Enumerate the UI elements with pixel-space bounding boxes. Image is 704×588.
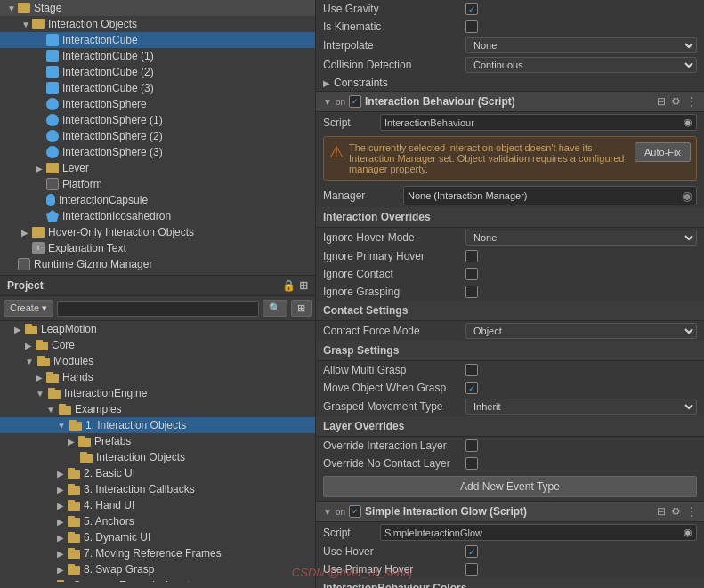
create-button[interactable]: Create ▾ (4, 300, 53, 317)
ignore-primary-hover-checkbox[interactable] (465, 250, 478, 262)
layer-overrides-section: Layer Overrides (316, 416, 704, 437)
arrow-icon: ▼ (21, 20, 32, 29)
ib-menu-icon[interactable]: ⋮ (686, 95, 697, 108)
ignore-hover-mode-row: Ignore Hover Mode None All Closest (316, 228, 704, 247)
project-item-leapmotion[interactable]: ▶LeapMotion (0, 321, 315, 337)
layout-icon: ⊞ (299, 279, 308, 292)
project-item-8-swap-grasp[interactable]: ▶8. Swap Grasp (0, 561, 315, 577)
sig-menu-icon[interactable]: ⋮ (686, 505, 697, 518)
grasped-movement-type-select[interactable]: Inherit Kinematic Nonkinematic (465, 399, 697, 415)
project-item-modules[interactable]: ▼Modules (0, 353, 315, 369)
sig-script-value: SimpleInteractionGlow ◉ (380, 524, 697, 541)
project-item-prefabs[interactable]: ▶Prefabs (0, 433, 315, 449)
project-item-3-interaction-callbacks[interactable]: ▶3. Interaction Callbacks (0, 481, 315, 497)
interpolate-label: Interpolate (323, 39, 465, 52)
project-item-hands[interactable]: ▶Hands (0, 369, 315, 385)
override-no-contact-layer-checkbox[interactable] (465, 457, 478, 470)
sig-enabled-checkbox[interactable] (349, 505, 361, 518)
hierarchy-item-hover-only[interactable]: ▶Hover-Only Interaction Objects (0, 224, 315, 240)
is-kinematic-checkbox[interactable] (465, 20, 478, 33)
sig-ref-icon[interactable]: ⊟ (657, 505, 666, 518)
ib-enabled-checkbox[interactable] (349, 95, 361, 108)
folder-icon (37, 356, 50, 366)
use-primary-hover-checkbox[interactable] (465, 563, 478, 576)
project-item-5-anchors[interactable]: ▶5. Anchors (0, 513, 315, 529)
move-object-when-grasp-row: Move Object When Grasp (316, 379, 704, 397)
hierarchy-item-interaction-cube-2[interactable]: InteractionCube (2) (0, 64, 315, 80)
manager-dot-button[interactable]: ◉ (682, 189, 692, 203)
hierarchy-item-platform[interactable]: Platform (0, 176, 315, 192)
cube-icon (46, 82, 59, 94)
folder-icon (57, 580, 69, 582)
use-hover-checkbox[interactable] (465, 545, 478, 558)
ib-ref-icon[interactable]: ⊟ (657, 95, 666, 108)
project-item-interaction-objects-asset[interactable]: Interaction Objects (0, 449, 315, 465)
use-hover-row: Use Hover (316, 543, 704, 560)
ignore-grasping-checkbox[interactable] (465, 286, 478, 298)
hierarchy-item-interaction-icosahedron[interactable]: InteractionIcosahedron (0, 208, 315, 224)
project-item-label: 2. Basic UI (84, 467, 135, 479)
folder-icon (32, 19, 45, 29)
collision-detection-select[interactable]: Discrete Continuous Continuous Dynamic (465, 57, 697, 73)
constraints-arrow[interactable]: ▶ (323, 78, 330, 88)
sig-script-dot[interactable]: ◉ (684, 527, 692, 538)
tree-arrow: ▶ (57, 533, 64, 543)
filter-button[interactable]: ⊞ (291, 300, 312, 317)
search-button[interactable]: 🔍 (263, 300, 287, 317)
hierarchy-item-runtime-gizmo[interactable]: Runtime Gizmo Manager (0, 256, 315, 272)
hierarchy-item-interaction-sphere-1[interactable]: InteractionSphere (1) (0, 112, 315, 128)
ib-settings-icon[interactable]: ⚙ (671, 95, 681, 108)
project-item-examples[interactable]: ▼Examples (0, 401, 315, 417)
ib-script-dot[interactable]: ◉ (684, 117, 692, 128)
allow-multi-grasp-checkbox[interactable] (465, 364, 478, 376)
contact-force-mode-row: Contact Force Mode None Object UI (316, 321, 704, 341)
hierarchy-item-label: Interaction Objects (48, 18, 137, 30)
hierarchy-item-interaction-cube-3[interactable]: InteractionCube (3) (0, 80, 315, 96)
project-search-input[interactable] (57, 301, 259, 317)
cube-icon (46, 50, 59, 62)
project-item-4-hand-ui[interactable]: ▶4. Hand UI (0, 497, 315, 513)
add-event-type-button[interactable]: Add New Event Type (323, 476, 697, 497)
ignore-contact-checkbox[interactable] (465, 268, 478, 280)
ib-script-row: Script InteractionBehaviour ◉ (316, 112, 704, 133)
move-object-when-grasp-checkbox[interactable] (465, 382, 478, 394)
hierarchy-item-stage[interactable]: ▼Stage (0, 0, 315, 16)
contact-force-mode-select[interactable]: None Object UI (465, 323, 697, 339)
project-title: Project (7, 279, 44, 292)
hierarchy-item-interaction-capsule[interactable]: InteractionCapsule (0, 192, 315, 208)
ib-collapse-arrow[interactable]: ▼ (323, 97, 332, 107)
hierarchy-item-explanation-text[interactable]: TExplanation Text (0, 240, 315, 256)
capsule-icon (46, 194, 55, 206)
auto-fix-button[interactable]: Auto-Fix (635, 142, 691, 162)
folder-icon (18, 3, 30, 13)
hierarchy-item-interaction-objects[interactable]: ▼Interaction Objects (0, 16, 315, 32)
project-item-interaction-engine[interactable]: ▼InteractionEngine (0, 385, 315, 401)
project-item-label: Core (52, 339, 75, 351)
sig-settings-icon[interactable]: ⚙ (671, 505, 681, 518)
interpolate-select[interactable]: None Interpolate Extrapolate (465, 37, 697, 53)
hierarchy-item-interaction-cube[interactable]: InteractionCube (0, 32, 315, 48)
project-item-7-moving-ref-frames[interactable]: ▶7. Moving Reference Frames (0, 545, 315, 561)
ignore-primary-hover-row: Ignore Primary Hover (316, 247, 704, 265)
arrow-icon: ▶ (36, 164, 46, 173)
project-item-core[interactable]: ▶Core (0, 337, 315, 353)
override-interaction-layer-checkbox[interactable] (465, 439, 478, 452)
hierarchy-item-interaction-sphere-2[interactable]: InteractionSphere (2) (0, 128, 315, 144)
project-item-label: 1. Interaction Objects (85, 419, 186, 431)
use-gravity-checkbox[interactable] (465, 3, 478, 15)
project-item-1-interaction-objects[interactable]: ▼1. Interaction Objects (0, 417, 315, 433)
project-item-2-basic-ui[interactable]: ▶2. Basic UI (0, 465, 315, 481)
layer-overrides-title: Layer Overrides (323, 420, 404, 432)
is-kinematic-row: Is Kinematic (316, 18, 704, 36)
project-item-label: 6. Dynamic UI (84, 531, 150, 544)
contact-settings-section: Contact Settings (316, 301, 704, 321)
ignore-hover-mode-select[interactable]: None All Closest (465, 230, 697, 246)
project-item-6-dynamic-ui[interactable]: ▶6. Dynamic UI (0, 529, 315, 545)
hierarchy-item-interaction-cube-1[interactable]: InteractionCube (1) (0, 48, 315, 64)
project-item-common-example-assets[interactable]: ▶Common Example Assets (0, 577, 315, 582)
hierarchy-item-lever[interactable]: ▶Lever (0, 160, 315, 176)
hierarchy-item-interaction-sphere[interactable]: InteractionSphere (0, 96, 315, 112)
project-item-label: 8. Swap Grasp (84, 563, 154, 576)
sig-collapse-arrow[interactable]: ▼ (323, 507, 332, 517)
hierarchy-item-interaction-sphere-3[interactable]: InteractionSphere (3) (0, 144, 315, 160)
